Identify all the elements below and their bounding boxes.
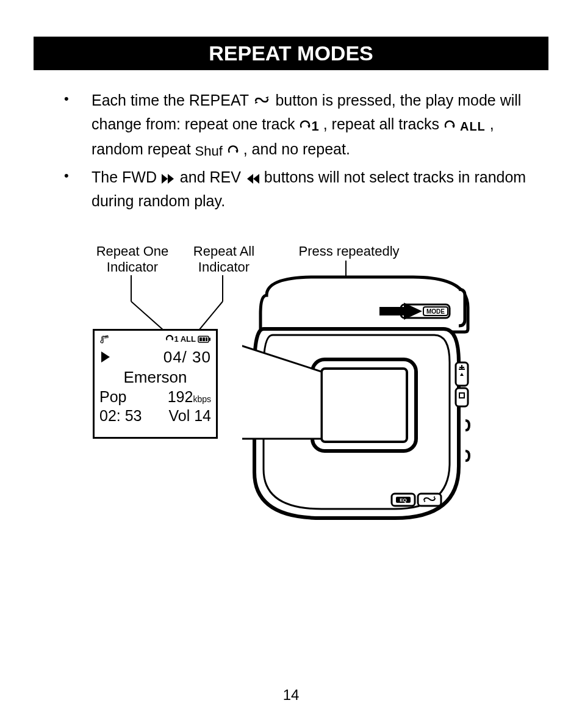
music-note-icon [99, 334, 110, 344]
text: , and no repeat. [243, 140, 350, 157]
play-icon [101, 351, 110, 363]
lcd-screen: 1 ALL 04/ 30 Emerson Pop 192kbps [93, 329, 218, 439]
page-number: 14 [0, 687, 582, 704]
figure: Repeat One Indicator Repeat All Indicato… [77, 243, 505, 530]
repeat-all-indicator: ALL [181, 334, 196, 344]
rewind-icon [245, 173, 260, 184]
lcd-track: 04/ 30 [163, 348, 211, 367]
fast-forward-icon [161, 173, 176, 184]
device-illustration: MODE [242, 271, 486, 527]
svg-rect-7 [203, 337, 205, 341]
battery-icon [198, 336, 211, 343]
bullet-list: Each time the REPEAT button is pressed, … [34, 88, 548, 213]
section-title: REPEAT MODES [34, 37, 548, 70]
lcd-genre: Pop [99, 388, 126, 406]
bullet-item: Each time the REPEAT button is pressed, … [58, 88, 542, 162]
text: Each time the REPEAT [92, 92, 253, 109]
lcd-bitrate: 192kbps [168, 388, 211, 406]
text: The FWD [92, 168, 161, 186]
svg-rect-18 [459, 369, 465, 370]
bullet-item: The FWD and REV buttons will not select … [58, 165, 542, 213]
svg-rect-11 [322, 369, 407, 442]
repeat-loop-icon [253, 95, 271, 107]
shuffle-icon: Shuf [195, 139, 239, 162]
svg-rect-6 [199, 337, 202, 341]
lcd-time: 02: 53 [99, 407, 142, 425]
svg-rect-15 [379, 307, 404, 315]
repeat-all-icon: ALL [444, 114, 486, 137]
repeat-one-indicator-icon: 1 [165, 334, 178, 344]
text: and REV [180, 168, 245, 186]
svg-rect-8 [206, 337, 207, 341]
text: , repeat all tracks [323, 115, 444, 132]
lcd-title: Emerson [99, 368, 211, 387]
lcd-volume: Vol 14 [168, 407, 211, 425]
repeat-one-icon: 1 [299, 114, 318, 137]
svg-rect-9 [209, 337, 211, 341]
mode-button-label: MODE [426, 308, 445, 315]
svg-text:EQ: EQ [400, 497, 407, 503]
